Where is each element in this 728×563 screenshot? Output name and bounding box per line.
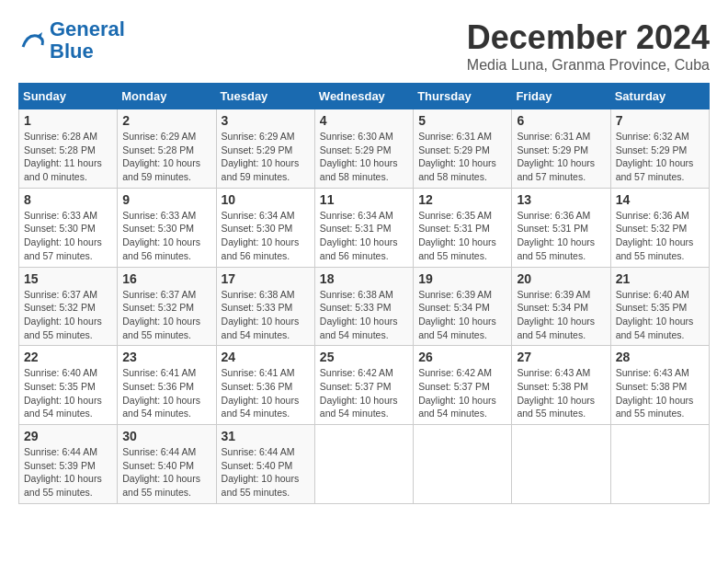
calendar-cell: 22 Sunrise: 6:40 AM Sunset: 5:35 PM Dayl…: [19, 346, 118, 425]
day-number: 11: [320, 192, 408, 207]
calendar-cell: 27 Sunrise: 6:43 AM Sunset: 5:38 PM Dayl…: [512, 346, 610, 425]
day-number: 13: [517, 192, 605, 207]
calendar-cell: 31 Sunrise: 6:44 AM Sunset: 5:40 PM Dayl…: [216, 425, 314, 504]
calendar-cell: 2 Sunrise: 6:29 AM Sunset: 5:28 PM Dayli…: [118, 109, 216, 189]
day-info: Sunrise: 6:37 AM Sunset: 5:32 PM Dayligh…: [24, 288, 112, 342]
day-info: Sunrise: 6:32 AM Sunset: 5:29 PM Dayligh…: [616, 130, 704, 184]
calendar-cell: 24 Sunrise: 6:41 AM Sunset: 5:36 PM Dayl…: [216, 346, 314, 425]
calendar-cell: 8 Sunrise: 6:33 AM Sunset: 5:30 PM Dayli…: [19, 188, 118, 267]
calendar-cell: 25 Sunrise: 6:42 AM Sunset: 5:37 PM Dayl…: [314, 346, 413, 425]
day-info: Sunrise: 6:31 AM Sunset: 5:29 PM Dayligh…: [517, 130, 605, 184]
day-info: Sunrise: 6:41 AM Sunset: 5:36 PM Dayligh…: [222, 366, 310, 420]
weekday-header-row: SundayMondayTuesdayWednesdayThursdayFrid…: [19, 84, 710, 109]
calendar-cell: 1 Sunrise: 6:28 AM Sunset: 5:28 PM Dayli…: [19, 109, 118, 189]
logo: General Blue: [18, 18, 125, 63]
day-info: Sunrise: 6:31 AM Sunset: 5:29 PM Dayligh…: [418, 130, 506, 184]
day-number: 1: [24, 113, 112, 128]
day-info: Sunrise: 6:41 AM Sunset: 5:36 PM Dayligh…: [122, 366, 210, 420]
calendar-cell: 28 Sunrise: 6:43 AM Sunset: 5:38 PM Dayl…: [610, 346, 709, 425]
day-number: 21: [616, 271, 704, 286]
week-row-2: 8 Sunrise: 6:33 AM Sunset: 5:30 PM Dayli…: [19, 188, 710, 267]
calendar-cell: 7 Sunrise: 6:32 AM Sunset: 5:29 PM Dayli…: [610, 109, 709, 189]
day-number: 8: [24, 192, 112, 207]
week-row-3: 15 Sunrise: 6:37 AM Sunset: 5:32 PM Dayl…: [19, 267, 710, 346]
month-title: December 2024: [467, 18, 710, 57]
day-number: 5: [418, 113, 506, 128]
calendar-cell: 5 Sunrise: 6:31 AM Sunset: 5:29 PM Dayli…: [414, 109, 512, 189]
day-info: Sunrise: 6:42 AM Sunset: 5:37 PM Dayligh…: [320, 366, 408, 420]
day-info: Sunrise: 6:34 AM Sunset: 5:30 PM Dayligh…: [222, 209, 310, 263]
day-number: 26: [418, 350, 506, 364]
week-row-1: 1 Sunrise: 6:28 AM Sunset: 5:28 PM Dayli…: [19, 109, 710, 189]
logo-icon: [18, 27, 46, 54]
calendar-cell: 19 Sunrise: 6:39 AM Sunset: 5:34 PM Dayl…: [414, 267, 512, 346]
day-info: Sunrise: 6:35 AM Sunset: 5:31 PM Dayligh…: [418, 209, 506, 263]
day-number: 28: [616, 350, 704, 364]
day-info: Sunrise: 6:44 AM Sunset: 5:40 PM Dayligh…: [122, 445, 210, 500]
day-number: 23: [122, 350, 210, 364]
calendar-cell: 14 Sunrise: 6:36 AM Sunset: 5:32 PM Dayl…: [610, 188, 709, 267]
day-info: Sunrise: 6:43 AM Sunset: 5:38 PM Dayligh…: [616, 366, 704, 420]
day-number: 24: [222, 350, 310, 364]
weekday-header-thursday: Thursday: [414, 84, 512, 109]
day-info: Sunrise: 6:30 AM Sunset: 5:29 PM Dayligh…: [320, 130, 408, 184]
day-info: Sunrise: 6:29 AM Sunset: 5:28 PM Dayligh…: [122, 130, 210, 184]
day-number: 12: [418, 192, 506, 207]
day-info: Sunrise: 6:40 AM Sunset: 5:35 PM Dayligh…: [24, 366, 112, 420]
day-info: Sunrise: 6:40 AM Sunset: 5:35 PM Dayligh…: [616, 288, 704, 342]
day-number: 16: [122, 271, 210, 286]
day-info: Sunrise: 6:36 AM Sunset: 5:32 PM Dayligh…: [616, 209, 704, 263]
day-info: Sunrise: 6:39 AM Sunset: 5:34 PM Dayligh…: [418, 288, 506, 342]
week-row-4: 22 Sunrise: 6:40 AM Sunset: 5:35 PM Dayl…: [19, 346, 710, 425]
day-info: Sunrise: 6:44 AM Sunset: 5:40 PM Dayligh…: [222, 445, 310, 500]
calendar-cell: [414, 425, 512, 504]
calendar-cell: [512, 425, 610, 504]
weekday-header-sunday: Sunday: [19, 84, 118, 109]
calendar-cell: 11 Sunrise: 6:34 AM Sunset: 5:31 PM Dayl…: [314, 188, 413, 267]
calendar-cell: 3 Sunrise: 6:29 AM Sunset: 5:29 PM Dayli…: [216, 109, 314, 189]
day-number: 31: [222, 429, 310, 443]
calendar-cell: 10 Sunrise: 6:34 AM Sunset: 5:30 PM Dayl…: [216, 188, 314, 267]
day-number: 22: [24, 350, 112, 364]
day-info: Sunrise: 6:42 AM Sunset: 5:37 PM Dayligh…: [418, 366, 506, 420]
calendar-cell: 26 Sunrise: 6:42 AM Sunset: 5:37 PM Dayl…: [414, 346, 512, 425]
day-number: 29: [24, 429, 112, 443]
day-info: Sunrise: 6:39 AM Sunset: 5:34 PM Dayligh…: [517, 288, 605, 342]
day-info: Sunrise: 6:43 AM Sunset: 5:38 PM Dayligh…: [517, 366, 605, 420]
day-number: 10: [222, 192, 310, 207]
day-info: Sunrise: 6:29 AM Sunset: 5:29 PM Dayligh…: [222, 130, 310, 184]
day-info: Sunrise: 6:44 AM Sunset: 5:39 PM Dayligh…: [24, 445, 112, 500]
day-info: Sunrise: 6:33 AM Sunset: 5:30 PM Dayligh…: [122, 209, 210, 263]
weekday-header-saturday: Saturday: [610, 84, 709, 109]
day-info: Sunrise: 6:37 AM Sunset: 5:32 PM Dayligh…: [122, 288, 210, 342]
day-number: 17: [222, 271, 310, 286]
day-number: 4: [320, 113, 408, 128]
day-info: Sunrise: 6:38 AM Sunset: 5:33 PM Dayligh…: [222, 288, 310, 342]
day-info: Sunrise: 6:36 AM Sunset: 5:31 PM Dayligh…: [517, 209, 605, 263]
day-number: 7: [616, 113, 704, 128]
day-number: 30: [122, 429, 210, 443]
calendar-table: SundayMondayTuesdayWednesdayThursdayFrid…: [18, 83, 710, 504]
day-number: 19: [418, 271, 506, 286]
day-number: 27: [517, 350, 605, 364]
calendar-cell: 30 Sunrise: 6:44 AM Sunset: 5:40 PM Dayl…: [118, 425, 216, 504]
day-number: 2: [122, 113, 210, 128]
weekday-header-tuesday: Tuesday: [216, 84, 314, 109]
day-number: 6: [517, 113, 605, 128]
week-row-5: 29 Sunrise: 6:44 AM Sunset: 5:39 PM Dayl…: [19, 425, 710, 504]
day-number: 25: [320, 350, 408, 364]
calendar-cell: 23 Sunrise: 6:41 AM Sunset: 5:36 PM Dayl…: [118, 346, 216, 425]
calendar-cell: 13 Sunrise: 6:36 AM Sunset: 5:31 PM Dayl…: [512, 188, 610, 267]
weekday-header-friday: Friday: [512, 84, 610, 109]
weekday-header-monday: Monday: [118, 84, 216, 109]
calendar-cell: 9 Sunrise: 6:33 AM Sunset: 5:30 PM Dayli…: [118, 188, 216, 267]
day-number: 20: [517, 271, 605, 286]
title-area: December 2024 Media Luna, Granma Provinc…: [467, 18, 710, 74]
calendar-cell: 4 Sunrise: 6:30 AM Sunset: 5:29 PM Dayli…: [314, 109, 413, 189]
day-info: Sunrise: 6:28 AM Sunset: 5:28 PM Dayligh…: [24, 130, 112, 184]
calendar-cell: 6 Sunrise: 6:31 AM Sunset: 5:29 PM Dayli…: [512, 109, 610, 189]
day-number: 15: [24, 271, 112, 286]
calendar-cell: [610, 425, 709, 504]
day-info: Sunrise: 6:38 AM Sunset: 5:33 PM Dayligh…: [320, 288, 408, 342]
location-title: Media Luna, Granma Province, Cuba: [467, 57, 710, 74]
